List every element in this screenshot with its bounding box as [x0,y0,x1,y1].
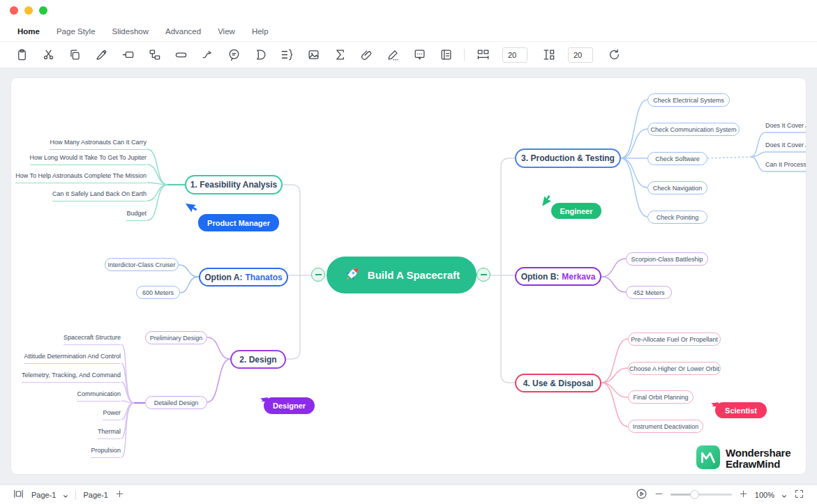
menu-advanced[interactable]: Advanced [165,27,201,36]
format-painter-icon[interactable] [90,45,112,66]
horizontal-spacing-input[interactable] [502,47,527,63]
presentation-play-icon[interactable] [636,488,647,501]
product-manager-cursor-icon [186,199,200,213]
topic-option-b[interactable]: Option B: Merkava [515,267,601,286]
subtopic-detailed-3[interactable]: Telemetry, Tracking, And Command [22,371,121,383]
subtopic-design-preliminary[interactable]: Preliminary Design [145,331,207,344]
relationship-icon[interactable] [196,45,218,66]
edrawmind-logo-icon [696,445,720,472]
copy-icon[interactable] [63,45,86,66]
menu-page-style[interactable]: Page Style [57,27,96,36]
fullscreen-icon[interactable] [794,489,804,501]
annotation-icon[interactable] [382,45,404,66]
toolbar [0,42,817,68]
subtopic-detailed-1[interactable]: Spacecraft Structure [63,333,121,345]
subtopic-production-2[interactable]: Check Communication System [647,123,740,136]
subtopic-disposal-2[interactable]: Choose A Higher Or Lower Orbit [628,362,721,375]
zoom-slider[interactable] [670,494,732,496]
subtopic-disposal-4[interactable]: Instrument Deactivation [628,420,703,433]
subtopic-software-3[interactable]: Can It Process Inf [765,160,806,169]
subtopic-feasibility-3[interactable]: How To Help Astronauts Complete The Miss… [15,171,147,183]
note-icon[interactable] [435,45,457,66]
topic-disposal[interactable]: 4. Use & Disposal [515,374,601,392]
comment-icon[interactable] [408,45,430,66]
topic-option-a[interactable]: Option A: Thanatos [199,268,288,287]
zoom-slider-knob[interactable] [690,490,699,499]
subtopic-feasibility-1[interactable]: How Many Astronauts Can It Carry [50,138,147,150]
menu-slideshow[interactable]: Slideshow [112,27,149,36]
cut-icon[interactable] [37,45,59,66]
subtopic-detailed-2[interactable]: Attitude Determination And Control [24,352,121,364]
insert-topic-icon[interactable] [117,45,139,66]
subtopic-detailed-7[interactable]: Propulsion [91,446,121,458]
topic-option-a-name: Thanatos [245,273,282,282]
menu-home[interactable]: Home [17,27,40,36]
zoom-in-icon[interactable] [739,489,748,500]
subtopic-option-b-1[interactable]: Scorpion-Class Battleship [626,252,708,266]
subtopic-label: Preliminary Design [150,335,203,342]
subtopic-feasibility-2[interactable]: How Long Would It Take To Get To Jupiter [30,153,147,165]
subtopic-option-a-1[interactable]: Interdictor-Class Cruiser [105,258,179,271]
insert-subtopic-icon[interactable] [143,45,165,66]
rocket-icon [343,265,361,285]
edrawmind-window: Home Page Style Slideshow Advanced View … [0,0,817,504]
subtopic-option-a-2[interactable]: 600 Meters [136,286,180,299]
topic-design-label: 2. Design [239,355,276,365]
subtopic-software-1[interactable]: Does It Cover All C [765,121,806,130]
subtopic-design-detailed[interactable]: Detailed Design [145,396,207,409]
subtopic-software-2[interactable]: Does It Cover All I [765,141,806,150]
boundary-icon[interactable] [249,45,271,66]
topic-feasibility[interactable]: 1. Feasibility Analysis [185,175,283,194]
topic-design[interactable]: 2. Design [230,350,286,369]
hyperlink-icon[interactable] [355,45,377,66]
role-tag-engineer: Engineer [551,203,601,219]
subtopic-disposal-1[interactable]: Pre-Allocate Fuel Or Propellant [628,333,721,346]
floating-topic-icon[interactable] [170,45,192,66]
zoom-out-icon[interactable] [654,489,664,500]
subtopic-label: Check Communication System [650,126,736,133]
subtopic-disposal-3[interactable]: Final Orbit Planning [628,390,694,404]
page-panel-icon[interactable] [13,488,24,501]
zoom-level[interactable]: 100% [755,491,774,499]
page-tab[interactable]: Page-1 [83,491,107,499]
topic-option-b-prefix: Option B: [521,272,560,282]
subtopic-label: Instrument Deactivation [633,423,699,430]
subtopic-production-1[interactable]: Check Electrical Systems [647,93,730,107]
close-window-button[interactable] [10,6,18,15]
topic-production[interactable]: 3. Production & Testing [515,148,621,168]
subtopic-label: Check Pointing [657,214,699,221]
subtopic-label: Choose A Higher Or Lower Orbit [629,365,719,372]
summary-icon[interactable] [276,45,298,66]
topic-feasibility-label: 1. Feasibility Analysis [190,180,277,190]
mindmap-canvas[interactable]: Build A Spacecraft 1. Feasibility Analys… [11,78,806,474]
picture-icon[interactable] [302,45,324,66]
page-selector[interactable]: Page-1 [31,491,56,499]
subtopic-feasibility-5[interactable]: Budget [126,209,147,221]
subtopic-production-5[interactable]: Check Pointing [647,211,707,224]
minimize-window-button[interactable] [24,6,33,15]
paste-icon[interactable] [10,45,33,66]
subtopic-label: Pre-Allocate Fuel Or Propellant [631,336,718,343]
chevron-down-icon[interactable] [63,492,68,498]
toolbar-divider [464,49,465,61]
subtopic-detailed-5[interactable]: Power [103,408,121,420]
subtopic-option-b-2[interactable]: 452 Meters [626,286,672,299]
menu-view[interactable]: View [218,27,235,36]
formula-icon[interactable] [329,45,351,66]
zoom-dropdown-icon[interactable] [781,492,787,498]
subtopic-detailed-6[interactable]: Thermal [98,427,121,439]
menu-help[interactable]: Help [252,27,269,36]
refresh-icon[interactable] [603,45,625,66]
zoom-window-button[interactable] [39,6,47,15]
subtopic-production-3[interactable]: Check Software [647,152,707,165]
collapse-left-button[interactable] [311,268,325,282]
subtopic-production-4[interactable]: Check Navigation [647,181,707,194]
subtopic-label: 452 Meters [633,289,664,296]
central-topic[interactable]: Build A Spacecraft [327,257,477,293]
subtopic-detailed-4[interactable]: Communication [77,390,121,402]
vertical-spacing-input[interactable] [568,47,593,63]
add-page-icon[interactable] [115,489,124,500]
callout-icon[interactable] [223,45,245,66]
subtopic-feasibility-4[interactable]: Can It Safely Land Back On Earth [52,190,147,201]
collapse-right-button[interactable] [477,268,490,282]
